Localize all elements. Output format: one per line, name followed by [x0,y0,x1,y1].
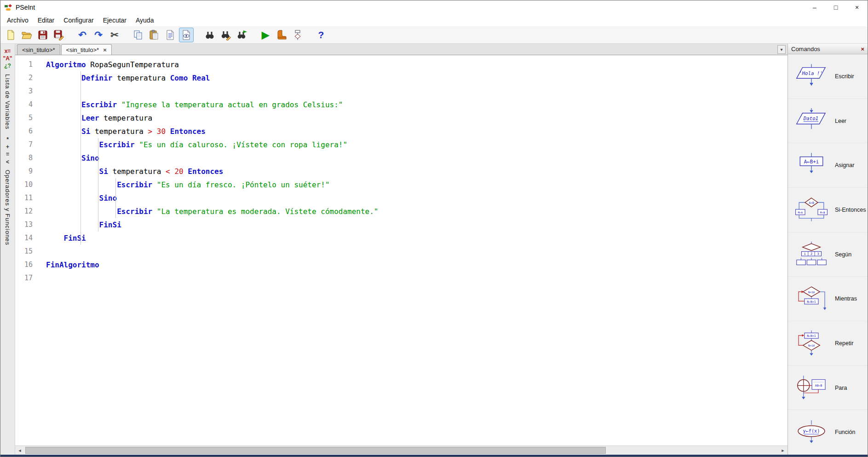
code-line-17[interactable] [46,272,788,285]
menu-item-ayuda[interactable]: Ayuda [131,15,158,25]
svg-text:A>B: A>B [809,201,814,204]
scrollbar-track[interactable] [24,446,778,455]
code-line-9[interactable]: Si temperatura < 20 Entonces [46,165,788,178]
command-para[interactable]: A0←B Para [788,366,868,411]
line-number: 6 [15,125,33,138]
command-asignar[interactable]: A←B+i Asignar [788,143,868,188]
rail-glyph: ¿? [4,62,11,69]
code-line-13[interactable]: FinSi [46,218,788,231]
tab-sin-titulo-2-active[interactable]: <sin_titulo>* × [61,44,112,55]
scroll-left-icon[interactable]: ◄ [15,446,24,455]
close-button[interactable]: × [846,0,868,14]
undo-button[interactable]: ↶ [75,28,90,42]
command-funcion[interactable]: y←f(x) Función [788,410,868,455]
step-run-button[interactable] [274,28,289,42]
scroll-right-icon[interactable]: ► [778,446,788,455]
rail-tab-variables[interactable]: x="A"¿? Lista de Variables [3,47,12,129]
code-line-4[interactable]: Escribir "Ingrese la temperatura actual … [46,98,788,111]
paste-button[interactable] [147,28,161,42]
line-number: 16 [15,258,33,272]
rail-variables-glyphs: x="A"¿? [3,47,12,70]
code-line-5[interactable]: Leer temperatura [46,111,788,125]
code-editor[interactable]: 1234567891011121314151617 Algoritmo Ropa… [15,55,788,445]
rail-tab-operators[interactable]: *+=< Operadores y Funciones [4,136,11,245]
tab-list-dropdown-icon[interactable]: ▾ [777,45,786,54]
rail-glyph: x= [5,47,11,55]
svg-text:3: 3 [817,252,819,256]
find-binoculars-icon [204,29,215,40]
line-number: 9 [15,165,33,178]
line-number: 10 [15,178,33,191]
svg-text:'Hola !': 'Hola !' [799,70,823,76]
code-line-15[interactable] [46,245,788,258]
menu-item-configurar[interactable]: Configurar [59,15,98,25]
svg-text:A←B+i: A←B+i [804,159,819,165]
rail-label-operators: Operadores y Funciones [4,170,11,245]
run-button[interactable]: ▶ [258,28,273,42]
view-options-button[interactable] [179,28,194,42]
rail-glyph: + [6,143,9,150]
save-as-button[interactable] [52,28,66,42]
svg-text:1: 1 [804,252,805,256]
redo-button[interactable]: ↷ [91,28,106,42]
code-line-3[interactable] [46,85,788,98]
editor-region: <sin_titulo>* <sin_titulo>* × ▾ 12345678… [15,44,788,455]
if-then-flowchart-icon: A>B M←A M←B [788,197,835,223]
help-button[interactable]: ? [314,28,328,42]
maximize-button[interactable]: □ [825,0,846,14]
rail-glyph: "A" [3,55,12,62]
commands-list: 'Hola !' Escribir Dato1 [788,54,868,455]
command-repetir[interactable]: N←N+1 N>10 Repetir [788,321,868,366]
line-number: 7 [15,138,33,151]
command-leer[interactable]: Dato1 Leer [788,99,868,144]
minimize-button[interactable]: – [804,0,825,14]
rail-operators-glyphs: *+=< [6,136,9,166]
save-file-button[interactable] [35,28,50,42]
rail-glyph: = [6,150,9,158]
window-title: PSeInt [16,4,35,11]
commands-panel: Comandos × 'Hola !' Escribir [788,44,868,455]
command-segun[interactable]: 1 2 3 Según [788,232,868,277]
rail-label-variables: Lista de Variables [4,74,11,129]
document-lines-button[interactable] [163,28,178,42]
code-line-7[interactable]: Escribir "Es un día caluroso. ¡Vístete c… [46,138,788,151]
horizontal-scrollbar[interactable]: ◄ ► [15,445,788,455]
commands-panel-title: Comandos [791,46,820,52]
code-line-6[interactable]: Si temperatura > 30 Entonces [46,125,788,138]
menu-item-ejecutar[interactable]: Ejecutar [98,15,131,25]
copy-button[interactable] [131,28,145,42]
code-line-12[interactable]: Escribir "La temperatura es moderada. Ví… [46,205,788,218]
find-replace-button[interactable] [218,28,233,42]
app-body: x="A"¿? Lista de Variables *+=< Operador… [0,44,868,455]
command-mientras[interactable]: N<10 N←N+1 Mientras [788,277,868,321]
line-number: 4 [15,98,33,111]
menu-item-editar[interactable]: Editar [33,15,59,25]
code-line-8[interactable]: Sino [46,151,788,165]
tab-close-icon[interactable]: × [103,46,107,53]
cut-scissors-icon: ✂ [110,30,119,40]
code-line-2[interactable]: Definir temperatura Como Real [46,71,788,85]
new-file-button[interactable] [3,28,18,42]
draw-flowchart-button[interactable] [290,28,305,42]
command-label: Escribir [835,73,868,80]
panel-close-icon[interactable]: × [861,46,864,52]
code-line-11[interactable]: Sino [46,191,788,205]
code-line-16[interactable]: FinAlgoritmo [46,258,788,272]
find-button[interactable] [202,28,217,42]
menu-item-archivo[interactable]: Archivo [2,15,33,25]
scrollbar-thumb[interactable] [25,447,606,454]
code-line-1[interactable]: Algoritmo RopaSegunTemperatura [46,58,788,71]
read-input-flowchart-icon: Dato1 [788,108,835,134]
command-escribir[interactable]: 'Hola !' Escribir [788,54,868,99]
save-file-icon [37,29,48,40]
open-file-button[interactable] [19,28,34,42]
line-number: 12 [15,205,33,218]
tab-sin-titulo-1[interactable]: <sin_titulo>* [17,44,60,55]
command-si-entonces[interactable]: A>B M←A M←B Si-Entonces [788,188,868,232]
code-line-10[interactable]: Escribir "Es un día fresco. ¡Póntelo un … [46,178,788,191]
cut-button[interactable]: ✂ [107,28,122,42]
indent-guide [98,138,98,231]
find-next-button[interactable] [235,28,249,42]
code-line-14[interactable]: FinSi [46,231,788,245]
code-area[interactable]: Algoritmo RopaSegunTemperatura Definir t… [35,58,788,445]
